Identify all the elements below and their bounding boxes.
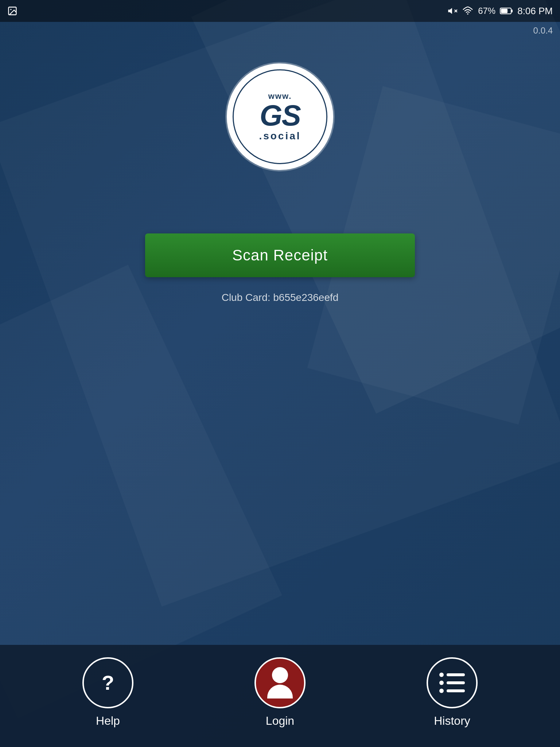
person-icon xyxy=(267,667,293,698)
list-row-2 xyxy=(439,681,465,685)
nav-item-login[interactable]: Login xyxy=(254,657,306,728)
image-icon xyxy=(7,6,18,16)
list-row-3 xyxy=(439,689,465,693)
person-body xyxy=(267,685,293,698)
svg-rect-6 xyxy=(512,9,513,12)
status-time: 8:06 PM xyxy=(517,5,553,17)
app-logo: www. GS .social xyxy=(229,66,331,168)
club-card-text: Club Card: b655e236eefd xyxy=(222,292,339,303)
nav-item-help[interactable]: ? Help xyxy=(82,657,133,728)
version-label: 0.0.4 xyxy=(533,26,553,36)
help-icon-circle: ? xyxy=(82,657,133,708)
status-right: 67% 8:06 PM xyxy=(447,5,553,17)
status-left xyxy=(7,6,18,16)
nav-item-history[interactable]: History xyxy=(427,657,478,728)
bottom-nav: ? Help Login xyxy=(0,645,560,747)
logo-brand: GS xyxy=(260,101,300,130)
help-label: Help xyxy=(96,714,120,728)
question-mark-icon: ? xyxy=(102,673,114,693)
list-row-1 xyxy=(439,673,465,677)
login-icon-circle xyxy=(254,657,306,708)
status-bar: 67% 8:06 PM xyxy=(0,0,560,22)
mute-icon xyxy=(447,6,458,16)
svg-point-1 xyxy=(10,9,12,10)
svg-rect-7 xyxy=(501,9,508,13)
history-label: History xyxy=(434,714,470,728)
logo-inner: www. GS .social xyxy=(233,69,327,164)
list-icon xyxy=(439,673,465,693)
scan-receipt-button[interactable]: Scan Receipt xyxy=(145,233,415,277)
wifi-icon xyxy=(462,6,474,16)
battery-percent: 67% xyxy=(478,6,495,16)
logo-domain: .social xyxy=(259,130,301,142)
battery-icon xyxy=(500,7,513,15)
main-content: www. GS .social Scan Receipt Club Card: … xyxy=(0,22,560,303)
person-head xyxy=(272,667,288,683)
login-label: Login xyxy=(266,714,294,728)
history-icon-circle xyxy=(427,657,478,708)
svg-point-4 xyxy=(467,13,468,15)
